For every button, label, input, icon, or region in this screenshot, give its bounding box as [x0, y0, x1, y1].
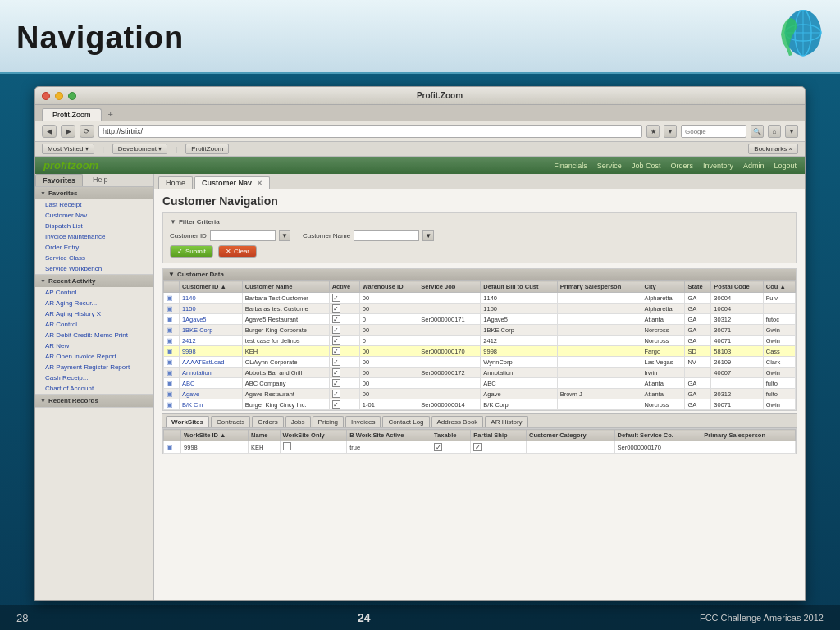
row-active[interactable]: ✓	[329, 325, 359, 336]
ws-col-active[interactable]: B Work Site Active	[347, 430, 431, 441]
bottom-tab-worksites[interactable]: WorkSites	[166, 416, 209, 427]
browser-maximize-btn[interactable]	[68, 92, 76, 100]
ws-col-sales[interactable]: Primary Salesperson	[701, 430, 796, 441]
customer-name-dropdown-btn[interactable]: ▼	[422, 230, 434, 241]
row-active[interactable]: ✓	[329, 304, 359, 314]
active-checkbox[interactable]: ✓	[332, 379, 340, 387]
active-checkbox[interactable]: ✓	[332, 368, 340, 377]
active-checkbox[interactable]: ✓	[332, 294, 340, 302]
submit-button[interactable]: ✓ Submit	[170, 245, 213, 258]
sidebar-item-ar-debit[interactable]: AR Debit Credit: Memo Print	[35, 330, 153, 340]
bookmarks-btn[interactable]: Bookmarks »	[748, 144, 798, 154]
row-active[interactable]: ✓	[329, 336, 359, 346]
active-checkbox[interactable]: ✓	[332, 347, 340, 355]
tab-close-icon[interactable]: ✕	[257, 180, 262, 187]
sidebar-item-dispatch[interactable]: Dispatch List	[35, 221, 153, 231]
ws-col-taxable[interactable]: Taxable	[431, 430, 471, 441]
ws-row-partial[interactable]: ✓	[471, 441, 527, 454]
taxable-checkbox[interactable]: ✓	[434, 443, 442, 451]
sidebar-item-invoice-maint[interactable]: Invoice Maintenance	[35, 231, 153, 242]
ws-col-svc[interactable]: Default Service Co.	[614, 430, 701, 441]
row-active[interactable]: ✓	[329, 314, 359, 325]
col-city[interactable]: City	[641, 281, 685, 293]
row-active[interactable]: ✓	[329, 378, 359, 389]
nav-financials[interactable]: Financials	[554, 162, 587, 170]
col-customer-id[interactable]: Customer ID ▲	[179, 281, 242, 293]
nav-logout[interactable]: Logout	[774, 162, 797, 170]
sidebar-item-ar-aging-recur[interactable]: AR Aging Recur...	[35, 298, 153, 308]
active-checkbox[interactable]: ✓	[332, 390, 340, 398]
active-checkbox[interactable]: ✓	[332, 336, 340, 345]
nav-inventory[interactable]: Inventory	[703, 162, 733, 170]
most-visited-btn[interactable]: Most Visited ▾	[42, 144, 94, 154]
ws-col-name[interactable]: Name	[249, 430, 281, 441]
browser-minimize-btn[interactable]	[55, 92, 63, 100]
bottom-tab-contracts[interactable]: Contracts	[211, 416, 250, 427]
sidebar-item-service-wb[interactable]: Service Workbench	[35, 263, 153, 274]
browser-new-tab[interactable]: +	[103, 107, 118, 121]
clear-button[interactable]: ✕ Clear	[218, 245, 257, 258]
browser-menu-btn[interactable]: ▾	[664, 125, 677, 138]
partial-checkbox[interactable]: ✓	[473, 443, 482, 451]
active-checkbox[interactable]: ✓	[332, 315, 340, 323]
browser-refresh-btn[interactable]: ⟳	[80, 125, 94, 138]
col-active[interactable]: Active	[329, 281, 359, 293]
browser-home-btn[interactable]: ⌂	[768, 125, 781, 138]
browser-search-go-btn[interactable]: 🔍	[751, 125, 764, 138]
col-postal[interactable]: Postal Code	[711, 281, 763, 293]
sidebar-item-last-receipt[interactable]: Last Receipt	[35, 199, 153, 210]
nav-service[interactable]: Service	[597, 162, 622, 170]
sidebar-item-ar-control[interactable]: AR Control	[35, 319, 153, 330]
sidebar-item-service-class[interactable]: Service Class	[35, 253, 153, 263]
bottom-tab-pricing[interactable]: Pricing	[313, 416, 344, 427]
customer-id-input[interactable]	[210, 230, 276, 241]
nav-jobcost[interactable]: Job Cost	[632, 162, 661, 170]
browser-options-btn[interactable]: ▾	[785, 125, 798, 138]
active-checkbox[interactable]: ✓	[332, 358, 340, 366]
col-warehouse-id[interactable]: Warehouse ID	[359, 281, 418, 293]
wsonly-checkbox[interactable]	[283, 442, 291, 450]
col-cou[interactable]: Cou ▲	[763, 281, 795, 293]
active-checkbox[interactable]: ✓	[332, 326, 340, 334]
sidebar-item-customer-nav[interactable]: Customer Nav	[35, 210, 153, 221]
browser-back-btn[interactable]: ◀	[42, 125, 57, 138]
col-customer-name[interactable]: Customer Name	[242, 281, 329, 293]
bottom-tab-orders[interactable]: Orders	[252, 416, 283, 427]
nav-admin[interactable]: Admin	[743, 162, 765, 170]
development-btn[interactable]: Development ▾	[112, 144, 167, 154]
sidebar-item-ar-aging-history[interactable]: AR Aging History X	[35, 308, 153, 319]
browser-close-btn[interactable]	[42, 92, 50, 100]
browser-tab-profiitzoom[interactable]: Profit.Zoom	[42, 108, 102, 121]
nav-orders[interactable]: Orders	[670, 162, 693, 170]
ws-row-wsonly[interactable]	[280, 441, 347, 454]
ws-col-partial[interactable]: Partial Ship	[471, 430, 527, 441]
bottom-tab-ar-history[interactable]: AR History	[485, 416, 527, 427]
sidebar-item-order-entry[interactable]: Order Entry	[35, 242, 153, 253]
sidebar-item-ar-open[interactable]: AR Open Invoice Report	[35, 351, 153, 362]
bottom-tab-contact-log[interactable]: Contact Log	[382, 416, 429, 427]
sidebar-item-ar-new[interactable]: AR New	[35, 340, 153, 351]
sidebar-item-ap-control[interactable]: AP Control	[35, 287, 153, 298]
customer-name-input[interactable]	[354, 230, 419, 241]
row-active[interactable]: ✓	[329, 399, 359, 410]
row-active[interactable]: ✓	[329, 368, 359, 378]
customer-id-dropdown-btn[interactable]: ▼	[279, 230, 290, 241]
row-active[interactable]: ✓	[329, 389, 359, 399]
sidebar-tab-favorites[interactable]: Favorites	[35, 174, 83, 186]
col-service-job[interactable]: Service Job	[418, 281, 481, 293]
ws-col-id[interactable]: WorkSite ID ▲	[181, 430, 249, 441]
sidebar-item-cash-receipt[interactable]: Cash Receip...	[35, 372, 153, 383]
tab-customer-nav[interactable]: Customer Nav ✕	[194, 176, 270, 189]
sidebar-item-ar-payment[interactable]: AR Payment Register Report	[35, 362, 153, 372]
tab-home[interactable]: Home	[158, 176, 193, 189]
col-state[interactable]: State	[685, 281, 711, 293]
ws-col-category[interactable]: Customer Category	[527, 430, 615, 441]
active-checkbox[interactable]: ✓	[332, 304, 340, 313]
row-active[interactable]: ✓	[329, 346, 359, 357]
browser-search-input[interactable]	[681, 125, 746, 138]
active-checkbox[interactable]: ✓	[332, 400, 340, 409]
bottom-tab-invoices[interactable]: Invoices	[345, 416, 381, 427]
row-active[interactable]: ✓	[329, 293, 359, 304]
col-default-bill[interactable]: Default Bill to Cust	[481, 281, 557, 293]
bottom-tab-address-book[interactable]: Address Book	[431, 416, 484, 427]
